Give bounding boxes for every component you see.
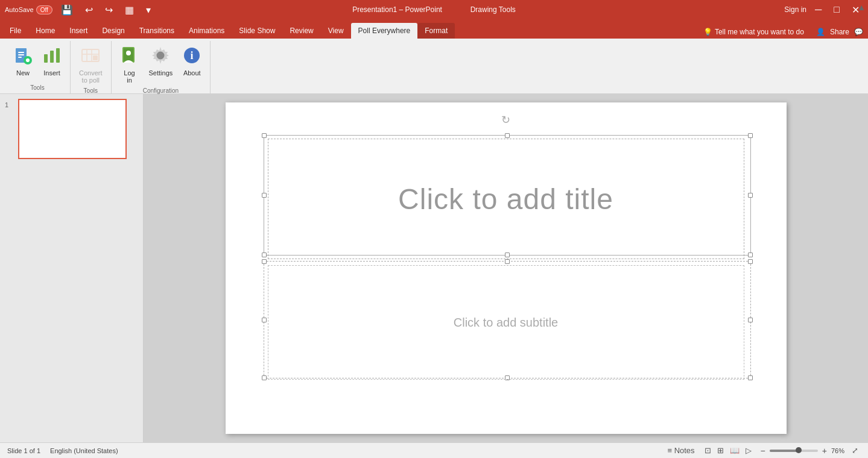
- slide-info: Slide 1 of 1: [7, 447, 40, 454]
- save-button[interactable]: 💾: [57, 3, 77, 17]
- share-area: 👤 Share 💬: [811, 25, 868, 39]
- status-bar-right: ≡ Notes ⊡ ⊞ 📖 ▷ − + 76% ⤢: [665, 445, 861, 456]
- handle-sub-br[interactable]: [748, 375, 753, 380]
- handle-title-tc[interactable]: [505, 133, 510, 138]
- tab-slideshow[interactable]: Slide Show: [232, 23, 282, 39]
- tab-insert[interactable]: Insert: [62, 23, 95, 39]
- settings-icon: [151, 46, 170, 68]
- handle-sub-tl[interactable]: [262, 259, 267, 264]
- ribbon-collapse-button[interactable]: ▲: [857, 2, 866, 12]
- reading-view-button[interactable]: 📖: [727, 445, 742, 456]
- handle-sub-mr[interactable]: [748, 318, 753, 322]
- customize-quick-access[interactable]: ▾: [142, 3, 154, 17]
- handle-sub-tr[interactable]: [748, 259, 753, 264]
- zoom-level[interactable]: 76%: [831, 447, 844, 454]
- normal-view-button[interactable]: ⊡: [702, 445, 714, 456]
- title-bar: AutoSave Off 💾 ↩ ↪ ▦ ▾ Presentation1 – P…: [0, 0, 868, 19]
- tab-view[interactable]: View: [321, 23, 351, 39]
- zoom-bar[interactable]: [770, 450, 818, 452]
- minimize-button[interactable]: ─: [811, 3, 825, 16]
- zoom-in-button[interactable]: +: [820, 446, 829, 456]
- svg-rect-3: [18, 57, 22, 58]
- share-label[interactable]: Share: [830, 28, 849, 36]
- notes-icon: ≡: [667, 446, 672, 455]
- zoom-thumb[interactable]: [796, 447, 802, 453]
- status-bar-left: Slide 1 of 1 English (United States): [7, 447, 118, 454]
- settings-button[interactable]: Settings: [145, 43, 177, 79]
- about-label: About: [183, 69, 201, 77]
- handle-sub-bl[interactable]: [262, 375, 267, 380]
- slideshow-view-button[interactable]: ▷: [743, 445, 754, 456]
- notes-button[interactable]: ≡ Notes: [665, 445, 697, 456]
- login-button[interactable]: Login: [116, 43, 143, 86]
- svg-rect-14: [93, 55, 98, 60]
- window-title: Presentation1 – PowerPoint Drawing Tools: [352, 5, 516, 14]
- tab-poll-everywhere[interactable]: Poll Everywhere: [351, 23, 418, 39]
- tools-label: Tools: [10, 83, 65, 93]
- tell-me-text: Tell me what you want to do: [715, 28, 804, 36]
- slide-canvas[interactable]: ↻ Click to add title: [226, 102, 787, 434]
- insert-poll-button[interactable]: Insert: [39, 43, 65, 79]
- handle-title-br[interactable]: [748, 253, 753, 257]
- insert-label: Insert: [43, 69, 60, 77]
- handle-title-tr[interactable]: [748, 133, 753, 138]
- svg-point-17: [126, 51, 131, 55]
- ribbon-tabs: File Home Insert Design Transitions Anim…: [0, 19, 868, 39]
- handle-sub-ml[interactable]: [262, 318, 267, 322]
- new-icon: [13, 46, 33, 68]
- slide-thumbnail[interactable]: [18, 99, 127, 159]
- view-buttons: ⊡ ⊞ 📖 ▷: [702, 445, 754, 456]
- handle-title-mr[interactable]: [748, 193, 753, 198]
- tab-file[interactable]: File: [2, 23, 28, 39]
- settings-label: Settings: [149, 69, 173, 77]
- new-label: New: [16, 69, 30, 77]
- tab-home[interactable]: Home: [28, 23, 62, 39]
- tab-review[interactable]: Review: [282, 23, 320, 39]
- title-bar-right: Sign in ─ □ ✕: [784, 3, 863, 17]
- autosave-area: AutoSave Off: [5, 5, 52, 14]
- autosave-toggle[interactable]: Off: [36, 5, 52, 14]
- title-bar-left: AutoSave Off 💾 ↩ ↪ ▦ ▾: [5, 3, 154, 17]
- slide-sorter-button[interactable]: ⊞: [715, 445, 726, 456]
- language-info: English (United States): [50, 447, 118, 454]
- svg-rect-8: [50, 51, 54, 63]
- redo-button[interactable]: ↪: [101, 3, 116, 17]
- tab-format[interactable]: Format: [417, 23, 455, 39]
- lightbulb-icon: 💡: [703, 28, 712, 36]
- restore-button[interactable]: □: [830, 3, 843, 16]
- about-button[interactable]: i About: [179, 43, 205, 79]
- svg-rect-2: [18, 54, 24, 55]
- svg-rect-1: [18, 52, 24, 53]
- new-button[interactable]: New: [10, 43, 36, 79]
- login-icon: [120, 46, 139, 68]
- tell-me-area[interactable]: 💡 Tell me what you want to do: [696, 25, 811, 39]
- title-placeholder[interactable]: Click to add title: [268, 139, 744, 259]
- config-group-items: Login Settings i: [116, 41, 206, 86]
- rotate-handle[interactable]: ↻: [501, 113, 510, 127]
- about-icon: i: [182, 46, 201, 68]
- zoom-out-button[interactable]: −: [759, 446, 767, 456]
- convert-label: Convertto poll: [79, 69, 103, 84]
- sign-in-label[interactable]: Sign in: [784, 5, 806, 14]
- ribbon-content: New Insert Tools: [0, 39, 868, 94]
- tab-transitions[interactable]: Transitions: [132, 23, 182, 39]
- convert-to-poll-button[interactable]: Convertto poll: [75, 43, 106, 86]
- undo-button[interactable]: ↩: [81, 3, 97, 17]
- tab-animations[interactable]: Animations: [182, 23, 232, 39]
- handle-title-bl[interactable]: [262, 253, 267, 257]
- present-button[interactable]: ▦: [121, 3, 138, 17]
- fit-slide-button[interactable]: ⤢: [849, 445, 861, 456]
- canvas-area: ↻ Click to add title: [144, 94, 868, 442]
- handle-sub-tc[interactable]: [505, 259, 510, 264]
- tab-design[interactable]: Design: [95, 23, 131, 39]
- subtitle-placeholder[interactable]: Click to add subtitle: [268, 265, 744, 380]
- comments-icon[interactable]: 💬: [854, 28, 863, 36]
- slide-panel: 1: [0, 94, 144, 442]
- zoom-slider-container: − + 76%: [759, 446, 844, 456]
- svg-rect-6: [26, 59, 30, 61]
- handle-title-tl[interactable]: [262, 133, 267, 138]
- convert-icon: [81, 46, 100, 68]
- insert-icon: [42, 46, 62, 68]
- handle-title-ml[interactable]: [262, 193, 267, 198]
- drawing-tools-label: Drawing Tools: [470, 5, 516, 14]
